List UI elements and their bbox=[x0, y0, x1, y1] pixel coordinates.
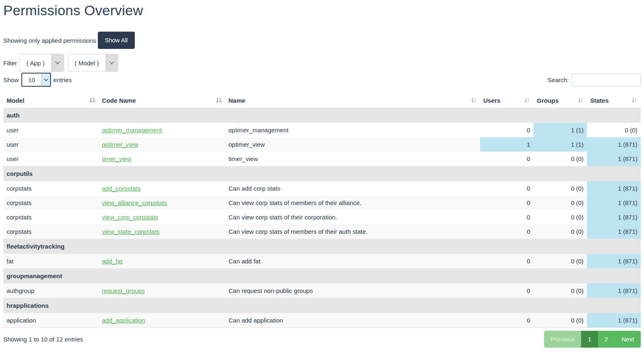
column-header-code-name[interactable]: Code Name bbox=[99, 93, 225, 108]
code-name-link[interactable]: add_fat bbox=[102, 258, 122, 265]
app-filter-select[interactable]: ( App ) bbox=[19, 54, 64, 72]
app-group-row: fleetactivitytracking bbox=[3, 239, 641, 254]
states-count-cell: 1 (871) bbox=[587, 137, 641, 152]
code-name-link[interactable]: view_state_corpstats bbox=[102, 228, 159, 235]
show-all-button[interactable]: Show All bbox=[98, 32, 135, 49]
pagination-1-button[interactable]: 1 bbox=[581, 331, 598, 348]
column-header-states[interactable]: States bbox=[587, 93, 641, 108]
app-group-label: corputils bbox=[3, 166, 641, 181]
groups-count-cell: 0 (0) bbox=[533, 313, 587, 328]
chevron-down-icon bbox=[42, 74, 50, 86]
states-count-cell: 1 (871) bbox=[587, 181, 641, 196]
code-name-cell: add_application bbox=[99, 313, 225, 328]
model-cell: corpstats bbox=[3, 224, 99, 239]
sort-amount-asc-icon bbox=[89, 97, 95, 104]
pagination-2-button[interactable]: 2 bbox=[598, 331, 614, 348]
entries-info: Showing 1 to 10 of 12 entries bbox=[3, 336, 83, 343]
code-name-cell: view_corp_corpstats bbox=[99, 210, 225, 224]
code-name-link[interactable]: view_alliance_corpstats bbox=[102, 199, 167, 206]
users-count-cell: 0 bbox=[480, 254, 533, 268]
groups-count-cell: 0 (0) bbox=[533, 196, 587, 210]
model-cell: user bbox=[3, 123, 99, 137]
groups-count-cell: 0 (0) bbox=[533, 224, 587, 239]
code-name-cell: timer_view bbox=[99, 152, 225, 166]
code-name-link[interactable]: add_application bbox=[102, 317, 145, 324]
name-cell: Can add application bbox=[225, 313, 480, 328]
model-cell: authgroup bbox=[3, 284, 99, 298]
name-cell: Can add corp stats bbox=[225, 181, 480, 196]
users-count-cell: 0 bbox=[480, 123, 533, 137]
search-label: Search: bbox=[547, 76, 569, 83]
users-count-cell: 0 bbox=[480, 210, 533, 224]
model-filter-select[interactable]: ( Model ) bbox=[68, 54, 118, 72]
permissions-table: Model Code Name bbox=[3, 93, 641, 328]
code-name-link[interactable]: timer_view bbox=[102, 155, 132, 162]
model-filter-value: ( Model ) bbox=[68, 54, 106, 71]
states-count-cell: 1 (871) bbox=[587, 254, 641, 268]
pagination-previous-button: Previous bbox=[544, 331, 581, 348]
users-count-cell: 0 bbox=[480, 313, 533, 328]
states-count-cell: 1 (871) bbox=[587, 224, 641, 239]
users-count-cell: 0 bbox=[480, 181, 533, 196]
column-header-groups[interactable]: Groups bbox=[533, 93, 587, 108]
model-cell: corpstats bbox=[3, 196, 99, 210]
states-count-cell: 0 (0) bbox=[587, 123, 641, 137]
code-name-link[interactable]: optimer_view bbox=[102, 141, 138, 148]
table-header-row: Model Code Name bbox=[3, 93, 641, 108]
model-cell: application bbox=[3, 313, 99, 328]
code-name-cell: view_alliance_corpstats bbox=[99, 196, 225, 210]
model-cell: user bbox=[3, 152, 99, 166]
status-text: Showing only applied permissions bbox=[3, 37, 96, 44]
users-count-cell: 1 bbox=[480, 137, 533, 152]
code-name-cell: optimer_management bbox=[99, 123, 225, 137]
users-count-cell: 0 bbox=[480, 224, 533, 239]
table-controls: Show 10 entries Search: bbox=[3, 73, 641, 87]
app-group-label: hrapplications bbox=[3, 298, 641, 313]
search-input[interactable] bbox=[572, 74, 641, 86]
column-header-users[interactable]: Users bbox=[480, 93, 533, 108]
name-cell: timer_view bbox=[225, 152, 480, 166]
code-name-link[interactable]: request_groups bbox=[102, 287, 145, 294]
page-length-select[interactable]: 10 bbox=[21, 73, 51, 87]
length-prefix-label: Show bbox=[3, 76, 19, 83]
name-cell: Can view corp stats of members of their … bbox=[225, 224, 480, 239]
sort-both-icon bbox=[471, 97, 477, 104]
length-control: Show 10 entries bbox=[3, 73, 74, 87]
model-cell: corpstats bbox=[3, 210, 99, 224]
page-length-value: 10 bbox=[22, 74, 42, 86]
column-header-model[interactable]: Model bbox=[3, 93, 99, 108]
pagination-next-button[interactable]: Next bbox=[614, 331, 641, 348]
model-cell: corpstats bbox=[3, 181, 99, 196]
name-cell: Can add fat bbox=[225, 254, 480, 268]
users-count-cell: 0 bbox=[480, 284, 533, 298]
permission-row: fatadd_fatCan add fat00 (0)1 (871) bbox=[3, 254, 641, 268]
code-name-link[interactable]: optimer_management bbox=[102, 127, 162, 134]
permission-row: usertimer_viewtimer_view00 (0)1 (871) bbox=[3, 152, 641, 166]
code-name-link[interactable]: view_corp_corpstats bbox=[102, 214, 158, 221]
filter-row: Filter ( App ) ( Model ) bbox=[3, 54, 641, 72]
permission-row: applicationadd_applicationCan add applic… bbox=[3, 313, 641, 328]
groups-count-cell: 1 (1) bbox=[533, 123, 587, 137]
name-cell: optimer_management bbox=[225, 123, 480, 137]
permission-row: useroptimer_viewoptimer_view11 (1)1 (871… bbox=[3, 137, 641, 152]
chevron-down-icon bbox=[106, 54, 118, 71]
app-group-label: fleetactivitytracking bbox=[3, 239, 641, 254]
groups-count-cell: 0 (0) bbox=[533, 181, 587, 196]
groups-count-cell: 0 (0) bbox=[533, 152, 587, 166]
groups-count-cell: 1 (1) bbox=[533, 137, 587, 152]
states-count-cell: 1 (871) bbox=[587, 313, 641, 328]
permission-row: corpstatsadd_corpstatsCan add corp stats… bbox=[3, 181, 641, 196]
states-count-cell: 1 (871) bbox=[587, 152, 641, 166]
column-header-name[interactable]: Name bbox=[225, 93, 480, 108]
table-footer: Showing 1 to 10 of 12 entries Previous12… bbox=[3, 331, 641, 348]
name-cell: Can view corp stats of members of their … bbox=[225, 196, 480, 210]
app-group-row: auth bbox=[3, 108, 641, 123]
permission-row: corpstatsview_alliance_corpstatsCan view… bbox=[3, 196, 641, 210]
app-group-row: hrapplications bbox=[3, 298, 641, 313]
sort-both-icon bbox=[631, 97, 637, 104]
states-count-cell: 1 (871) bbox=[587, 284, 641, 298]
groups-count-cell: 0 (0) bbox=[533, 254, 587, 268]
code-name-link[interactable]: add_corpstats bbox=[102, 185, 141, 192]
permission-row: corpstatsview_state_corpstatsCan view co… bbox=[3, 224, 641, 239]
code-name-cell: optimer_view bbox=[99, 137, 225, 152]
